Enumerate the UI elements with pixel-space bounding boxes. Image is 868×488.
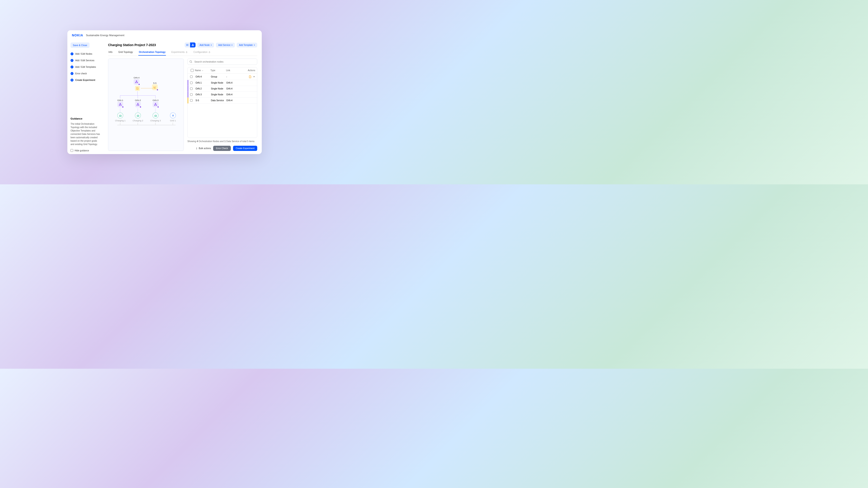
svg-line-38	[156, 104, 156, 105]
tab-grid-topology[interactable]: Grid Topology	[118, 49, 133, 56]
topology-service-node[interactable]: S-5	[152, 82, 158, 90]
row-checkbox[interactable]	[190, 99, 193, 102]
svg-point-49	[196, 148, 197, 148]
node-panel: Name Type Link Actions OrN-4Group-OrN-1S…	[187, 59, 257, 151]
row-checkbox[interactable]	[190, 82, 193, 84]
hide-guidance-checkbox[interactable]	[70, 149, 73, 152]
error-check-button[interactable]: Error Check	[213, 146, 230, 151]
select-all-checkbox[interactable]	[189, 69, 195, 72]
svg-rect-8	[193, 45, 194, 46]
table-row[interactable]: S-5Data ServiceOrN-4	[188, 98, 257, 103]
step-item[interactable]: ✓Add / Edit Nodes	[70, 53, 100, 55]
topology-leaf-node[interactable]: Charging 3	[150, 112, 161, 122]
step-label: Add / Edit Nodes	[75, 53, 92, 55]
svg-point-3	[186, 44, 187, 44]
check-icon: ✓	[70, 53, 73, 55]
app-title: Sustainable Energy Management	[86, 34, 124, 37]
topology-leaf-node[interactable]: Charging 2	[132, 112, 144, 122]
add-template-button[interactable]: Add Template +	[237, 43, 257, 47]
table-row[interactable]: OrN-1Single NodeOrN-4	[188, 80, 257, 86]
step-item[interactable]: 5Create Experiment	[70, 78, 100, 82]
svg-rect-14	[209, 52, 210, 53]
step-item[interactable]: ✓Add / Edit Services	[70, 59, 100, 62]
add-service-button[interactable]: Add Service +	[216, 43, 235, 47]
svg-point-51	[196, 149, 197, 149]
list-view-button[interactable]	[185, 42, 190, 47]
lock-icon	[209, 51, 211, 53]
table-row[interactable]: OrN-3Single NodeOrN-4	[188, 92, 257, 98]
topology-ground-line	[117, 125, 176, 125]
step-item[interactable]: ✓Error check	[70, 72, 100, 75]
svg-line-33	[138, 104, 138, 105]
col-link[interactable]: Link	[226, 69, 242, 72]
step-label: Error check	[75, 72, 87, 75]
step-label: Add / Edit Services	[75, 59, 94, 62]
cell-name: OrN-4	[195, 75, 211, 78]
cell-link: OrN-4	[226, 88, 242, 90]
chart-icon	[152, 84, 158, 90]
topology-node-child[interactable]: OrN-3	[152, 99, 159, 107]
topology-link	[155, 123, 156, 125]
svg-line-32	[137, 104, 138, 105]
row-checkbox[interactable]	[190, 88, 193, 90]
sort-icon	[202, 70, 204, 71]
app-window: NOKIA Sustainable Energy Management Save…	[67, 30, 262, 154]
lock-icon	[186, 51, 188, 53]
cell-name: OrN-2	[195, 88, 211, 90]
cell-name: OrN-1	[195, 82, 211, 84]
check-icon: ✓	[70, 72, 73, 75]
hide-guidance-toggle[interactable]: Hide guidance	[70, 149, 100, 152]
create-experiment-button[interactable]: Create Experiment	[233, 146, 257, 151]
bulk-actions-menu[interactable]: Bulk actions	[195, 147, 211, 150]
topology-leaf-node[interactable]: Grid 1	[167, 112, 179, 122]
app-header: NOKIA Sustainable Energy Management	[67, 30, 262, 40]
tab-orchestration-topology[interactable]: Orchestration Topology	[138, 49, 166, 56]
add-node-button[interactable]: Add Node +	[197, 43, 214, 47]
topology-canvas[interactable]: OrN-4S-5OrN-1OrN-2OrN-3Charging 1Chargin…	[108, 59, 184, 151]
step-item[interactable]: ✓Add / Edit Templates	[70, 66, 100, 68]
orchestration-node-icon	[133, 79, 140, 85]
tab-label: Grid Topology	[119, 51, 133, 53]
svg-line-37	[155, 104, 155, 105]
cell-link: -	[226, 75, 242, 78]
topology-view-button[interactable]	[190, 42, 195, 47]
cell-type: Single Node	[211, 82, 226, 84]
step-label: Create Experiment	[75, 79, 95, 81]
col-type[interactable]: Type	[211, 69, 226, 72]
guidance-panel: Guidance The initial Orchestration Topol…	[70, 113, 100, 152]
topology-node-child[interactable]: OrN-1	[116, 99, 124, 107]
tab-info[interactable]: Info	[108, 49, 113, 56]
svg-point-45	[190, 61, 192, 62]
topology-template-icon[interactable]	[135, 86, 140, 91]
table-header: Name Type Link Actions	[188, 67, 257, 74]
col-name[interactable]: Name	[195, 69, 211, 72]
brand-logo: NOKIA	[72, 33, 83, 37]
row-checkbox[interactable]	[190, 75, 193, 78]
col-actions: Actions	[242, 69, 255, 72]
tab-label: Orchestration Topology	[139, 51, 165, 53]
row-checkbox[interactable]	[190, 93, 193, 96]
document-icon[interactable]	[249, 75, 252, 78]
node-table: Name Type Link Actions OrN-4Group-OrN-1S…	[187, 67, 257, 138]
cell-type: Data Service	[211, 99, 226, 102]
document-icon	[135, 86, 140, 91]
step-list: ✓Add / Edit Nodes✓Add / Edit Services✓Ad…	[70, 53, 100, 82]
topology-leaf-node[interactable]: Charging 1	[115, 112, 126, 122]
topology-link	[120, 95, 120, 98]
topology-node-child[interactable]: OrN-2	[134, 99, 142, 107]
topology-node-root[interactable]: OrN-4	[133, 76, 140, 85]
topology-link-dashed	[155, 108, 156, 112]
cell-name: OrN-3	[195, 93, 211, 96]
check-icon: ✓	[70, 59, 73, 62]
table-row[interactable]: OrN-4Group-	[188, 74, 257, 80]
view-toggle	[185, 42, 195, 47]
collapse-icon[interactable]	[253, 76, 255, 78]
save-close-button[interactable]: Save & Close	[70, 42, 90, 48]
search-input[interactable]	[187, 59, 257, 65]
table-row[interactable]: OrN-2Single NodeOrN-4	[188, 86, 257, 92]
svg-point-4	[186, 45, 187, 45]
cell-type: Single Node	[211, 88, 226, 90]
table-summary: Showing 4 Orchestration Nodes and 1 Data…	[187, 140, 257, 142]
svg-rect-7	[192, 45, 193, 46]
tab-experiments: Experiments	[171, 49, 188, 56]
